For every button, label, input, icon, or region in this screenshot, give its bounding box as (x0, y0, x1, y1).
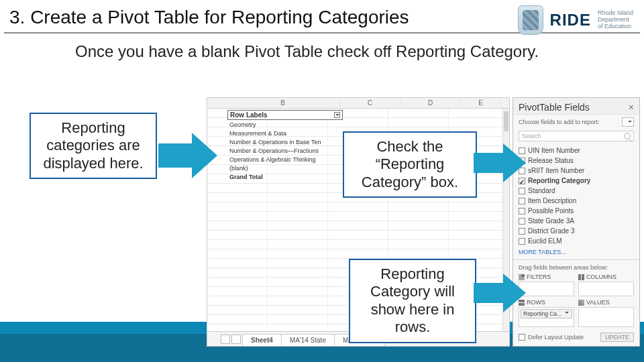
columns-icon (578, 274, 584, 280)
pane-title: PivotTable Fields (519, 102, 590, 113)
row-label-item[interactable]: Number & Operations in Base Ten (227, 138, 343, 147)
defer-label: Defer Layout Update (528, 334, 584, 341)
pane-settings-icon[interactable] (622, 117, 634, 127)
field-item[interactable]: Release Status (519, 156, 634, 166)
row-label-item[interactable]: Number & Operations—Fractions (227, 147, 343, 156)
pane-title-bar: PivotTable Fields × (513, 98, 639, 115)
more-tables-link[interactable]: MORE TABLES... (513, 247, 639, 259)
svg-marker-0 (158, 133, 217, 178)
col-e[interactable]: E (461, 99, 501, 107)
pivot-row-labels: Row Labels Geometry Measurement & Data N… (227, 110, 343, 182)
row-labels-dropdown-icon[interactable] (334, 112, 340, 118)
col-c[interactable]: C (340, 99, 400, 107)
field-item[interactable]: Standard (519, 186, 634, 196)
checkbox-icon[interactable] (519, 218, 525, 225)
row-labels-header[interactable]: Row Labels (227, 110, 343, 120)
row-label-item[interactable]: Geometry (227, 121, 343, 129)
row-label-item[interactable]: (blank) (227, 164, 343, 173)
columns-dropzone[interactable] (578, 282, 634, 296)
values-dropzone[interactable] (578, 307, 634, 327)
svg-marker-1 (474, 143, 526, 182)
update-button[interactable]: UPDATE (600, 333, 634, 342)
arrow-to-rows-area (474, 269, 527, 316)
chevron-down-icon[interactable] (564, 311, 570, 316)
field-item[interactable]: District Grade 3 (519, 226, 634, 236)
field-item[interactable]: sRIIT Item Number (519, 166, 634, 176)
row-label-item[interactable]: Operations & Algebraic Thinking (227, 156, 343, 164)
search-icon (624, 133, 631, 139)
values-icon (578, 300, 584, 306)
col-b[interactable]: B (226, 99, 340, 107)
field-item[interactable]: State Grade 3A (519, 216, 634, 226)
sheet-nav-next-icon[interactable] (231, 335, 241, 344)
arrow-to-fieldlist (474, 139, 527, 186)
defer-checkbox[interactable] (519, 334, 525, 341)
pivottable-fields-pane: PivotTable Fields × Choose fields to add… (513, 97, 640, 347)
close-icon[interactable]: × (629, 102, 634, 113)
checkbox-icon[interactable] (519, 198, 525, 204)
svg-marker-2 (474, 274, 526, 312)
field-list: UIN Item Number Release Status sRIIT Ite… (513, 144, 639, 247)
checkbox-icon[interactable] (519, 238, 525, 245)
pivot-areas: FILTERS COLUMNS ROWS Reporting Ca... VAL… (513, 274, 639, 330)
excel-column-headers: B C D E (207, 98, 509, 109)
callout-check-box: Check the “Reporting Category” box. (343, 131, 477, 198)
sheet-tab[interactable]: MA'14 State (281, 334, 335, 346)
area-columns[interactable]: COLUMNS (578, 274, 634, 296)
callout-left: Reporting categories are displayed here. (30, 113, 157, 179)
sheet-tab[interactable]: Sheet4 (242, 334, 282, 346)
field-search-input[interactable]: Search (519, 131, 634, 141)
field-item[interactable]: Item Description (519, 196, 634, 206)
slide-subtitle: Once you have a blank Pivot Table check … (0, 34, 644, 64)
areas-hint: Drag fields between areas below: (513, 259, 639, 274)
area-values[interactable]: VALUES (578, 299, 634, 327)
row-label-item[interactable]: Measurement & Data (227, 129, 343, 138)
rows-chip[interactable]: Reporting Ca... (521, 309, 572, 318)
pane-hint: Choose fields to add to report: (513, 115, 639, 129)
row-label-grand-total[interactable]: Grand Total (227, 173, 343, 182)
checkbox-icon[interactable] (519, 208, 525, 215)
field-item[interactable]: UIN Item Number (519, 145, 634, 156)
field-item[interactable]: Possible Points (519, 206, 634, 216)
slide-title: 3. Create a Pivot Table for Reporting Ca… (0, 0, 644, 32)
col-d[interactable]: D (400, 99, 461, 107)
pane-footer: Defer Layout Update UPDATE (513, 330, 639, 346)
checkbox-icon[interactable] (519, 188, 525, 194)
callout-rows: Reporting Category will show here in row… (349, 259, 476, 343)
field-item-reporting-category[interactable]: Reporting Category (519, 176, 634, 186)
arrow-to-rowlabels (158, 129, 219, 182)
excel-scrollbar-thumb[interactable] (504, 111, 508, 131)
field-item[interactable]: Euclid ELM (519, 236, 634, 246)
sheet-nav-prev-icon[interactable] (221, 335, 230, 344)
checkbox-icon[interactable] (519, 228, 525, 235)
